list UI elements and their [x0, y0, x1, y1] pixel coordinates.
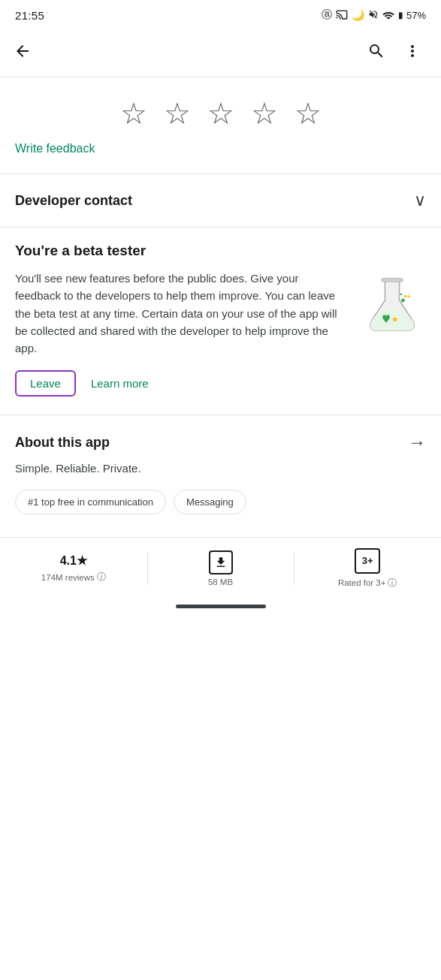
cast-icon	[336, 9, 348, 22]
status-bar: 21:55 ⓐ 🌙 ▮ 57%	[0, 0, 441, 29]
rating-info-icon[interactable]: ⓘ	[97, 571, 106, 583]
home-bar	[176, 605, 266, 608]
beta-tester-title: You're a beta tester	[15, 243, 426, 259]
svg-rect-0	[382, 278, 403, 282]
size-stat[interactable]: 58 MB	[147, 548, 295, 590]
developer-contact-title: Developer contact	[15, 193, 132, 209]
download-icon	[209, 550, 233, 574]
star-3[interactable]: ☆	[207, 98, 234, 128]
leave-button[interactable]: Leave	[15, 370, 76, 397]
beta-tester-section: You're a beta tester You'll see new feat…	[0, 228, 441, 415]
rating-value: 4.1★	[60, 553, 87, 568]
battery-text: 57%	[406, 10, 426, 21]
beta-tester-description: You'll see new features before the publi…	[15, 270, 346, 357]
svg-point-3	[401, 299, 405, 303]
write-feedback-link[interactable]: Write feedback	[15, 142, 95, 155]
status-icons: ⓐ 🌙 ▮ 57%	[322, 8, 426, 22]
beta-tester-body: You'll see new features before the publi…	[15, 270, 426, 357]
star-5[interactable]: ☆	[295, 98, 322, 128]
age-rating-box: 3+	[355, 548, 380, 574]
learn-more-link[interactable]: Learn more	[91, 377, 149, 390]
tag-chip-1[interactable]: #1 top free in communication	[15, 490, 166, 514]
rating-label: 174M reviews ⓘ	[41, 571, 106, 583]
moon-icon: 🌙	[352, 9, 364, 21]
more-button[interactable]	[396, 35, 429, 68]
about-app-description: Simple. Reliable. Private.	[15, 460, 426, 478]
about-app-header[interactable]: About this app →	[15, 432, 426, 453]
signal-icon: ▮	[398, 11, 403, 20]
beta-flask-illustration: +	[358, 270, 426, 340]
star-rating-row: ☆ ☆ ☆ ☆ ☆	[0, 77, 441, 139]
star-1[interactable]: ☆	[120, 98, 147, 128]
beta-actions: Leave Learn more	[15, 370, 426, 397]
status-time: 21:55	[15, 9, 44, 22]
about-app-section: About this app → Simple. Reliable. Priva…	[0, 415, 441, 537]
tags-row: #1 top free in communication Messaging	[15, 490, 426, 526]
developer-contact-section[interactable]: Developer contact ∨	[0, 174, 441, 227]
mute-icon	[368, 9, 379, 22]
write-feedback-section: Write feedback	[0, 139, 441, 173]
star-2[interactable]: ☆	[164, 98, 191, 128]
svg-point-5	[400, 294, 402, 295]
home-indicator	[0, 597, 441, 613]
svg-text:+: +	[406, 292, 411, 300]
size-value: 58 MB	[208, 577, 233, 586]
wifi-icon	[382, 9, 394, 21]
main-content: ☆ ☆ ☆ ☆ ☆ Write feedback Developer conta…	[0, 77, 441, 613]
back-button[interactable]	[6, 35, 39, 68]
whatsapp-icon: ⓐ	[322, 8, 332, 22]
arrow-right-icon: →	[408, 432, 426, 453]
search-button[interactable]	[360, 35, 393, 68]
age-rating-stat[interactable]: 3+ Rated for 3+ ⓘ	[294, 548, 441, 590]
rating-stat[interactable]: 4.1★ 174M reviews ⓘ	[0, 548, 147, 590]
age-info-icon[interactable]: ⓘ	[388, 577, 397, 590]
tag-chip-2[interactable]: Messaging	[174, 490, 246, 514]
chevron-down-icon: ∨	[414, 191, 426, 210]
star-4[interactable]: ☆	[251, 98, 278, 128]
nav-bar	[0, 29, 441, 77]
about-app-title: About this app	[15, 435, 110, 451]
bottom-stats-bar: 4.1★ 174M reviews ⓘ 58 MB 3+ Rated for	[0, 537, 441, 597]
nav-right-icons	[360, 35, 429, 68]
age-rating-label: Rated for 3+ ⓘ	[338, 577, 397, 590]
